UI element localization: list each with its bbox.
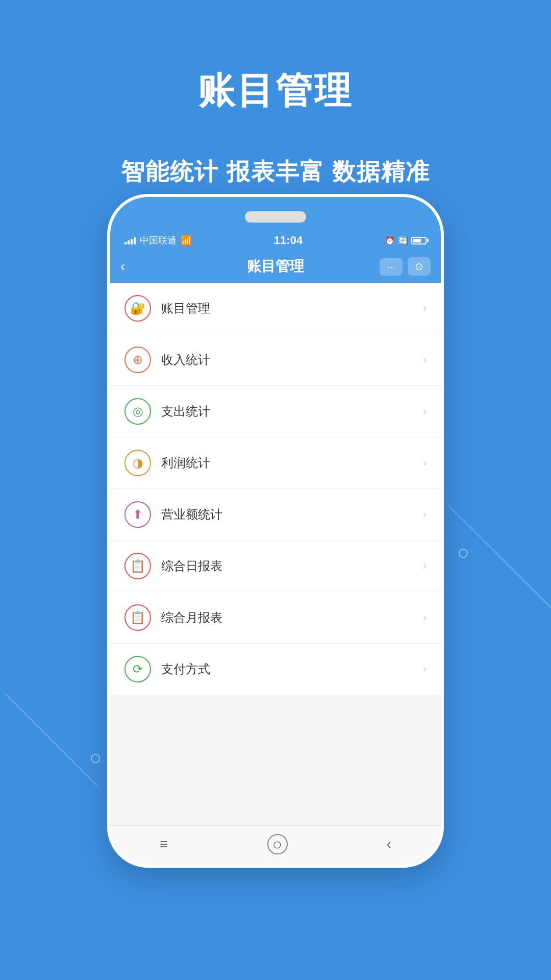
menu-item-yinye[interactable]: ⬆ 营业额统计 › [110, 489, 441, 541]
signal-bars [124, 236, 136, 244]
settings-button[interactable]: ⊙ [408, 257, 431, 276]
menu-section: 🔐 账目管理 › ⊕ 收入统计 › ◎ 支出统计 › ◑ 利润统计 › ⬆ [110, 283, 441, 695]
status-left: 中国联通 📶 [124, 234, 192, 247]
menu-label-yinye: 营业额统计 [161, 506, 423, 523]
decorative-dot-1 [459, 549, 468, 558]
menu-chevron-yinye: › [423, 508, 427, 521]
menu-label-zhichu: 支出统计 [161, 403, 423, 420]
menu-label-shouru: 收入统计 [161, 352, 423, 368]
menu-icon-zonghe_yue: 📋 [124, 604, 151, 631]
nav-actions: ··· ⊙ [380, 257, 431, 276]
menu-icon-zhichu: ◎ [124, 398, 151, 425]
menu-chevron-zhichu: › [423, 405, 427, 418]
menu-icon-lirun: ◑ [124, 450, 151, 476]
status-right: ⏰ 🔄 [385, 236, 427, 246]
bottom-home-icon[interactable]: ○ [267, 834, 288, 854]
phone-screen: 中国联通 📶 11:04 ⏰ 🔄 ‹ 账目管理 ··· ⊙ [110, 197, 441, 865]
menu-content: 🔐 账目管理 › ⊕ 收入统计 › ◎ 支出统计 › ◑ 利润统计 › ⬆ [110, 283, 441, 865]
battery-icon [411, 237, 427, 244]
alarm-icon: ⏰ [385, 236, 395, 246]
signal-bar-4 [134, 237, 136, 244]
menu-label-zonghe_ri: 综合日报表 [161, 558, 423, 574]
menu-chevron-zhangmu: › [423, 302, 427, 315]
menu-label-zhangmu: 账目管理 [161, 300, 423, 316]
menu-icon-yinye: ⬆ [124, 501, 151, 528]
menu-chevron-zhifu: › [423, 663, 427, 676]
menu-chevron-shouru: › [423, 353, 427, 366]
menu-chevron-zonghe_ri: › [423, 559, 427, 573]
rotate-icon: 🔄 [398, 236, 408, 246]
more-button[interactable]: ··· [380, 258, 403, 276]
menu-chevron-zonghe_yue: › [423, 611, 427, 624]
menu-label-zonghe_yue: 综合月报表 [161, 609, 423, 626]
menu-chevron-lirun: › [423, 456, 427, 470]
menu-label-lirun: 利润统计 [161, 455, 423, 471]
menu-item-lirun[interactable]: ◑ 利润统计 › [110, 437, 441, 489]
carrier-text: 中国联通 [140, 234, 177, 247]
status-bar: 中国联通 📶 11:04 ⏰ 🔄 [110, 197, 441, 252]
status-time: 11:04 [274, 234, 303, 247]
battery-fill [413, 239, 421, 242]
nav-bar: ‹ 账目管理 ··· ⊙ [110, 252, 441, 283]
bottom-menu-icon[interactable]: ≡ [160, 836, 168, 852]
bottom-back-icon[interactable]: ‹ [387, 836, 391, 852]
wifi-icon: 📶 [181, 235, 192, 246]
phone-mockup: 中国联通 📶 11:04 ⏰ 🔄 ‹ 账目管理 ··· ⊙ [107, 194, 444, 868]
menu-item-zhifu[interactable]: ⟳ 支付方式 › [110, 644, 441, 695]
menu-item-zonghe_ri[interactable]: 📋 综合日报表 › [110, 541, 441, 592]
menu-icon-zonghe_ri: 📋 [124, 553, 151, 579]
phone-outer: 中国联通 📶 11:04 ⏰ 🔄 ‹ 账目管理 ··· ⊙ [107, 194, 444, 868]
menu-icon-zhifu: ⟳ [124, 656, 151, 682]
decorative-dot-2 [91, 754, 100, 763]
signal-bar-1 [124, 242, 127, 244]
menu-item-zhangmu[interactable]: 🔐 账目管理 › [110, 283, 441, 334]
menu-item-zonghe_yue[interactable]: 📋 综合月报表 › [110, 592, 441, 644]
menu-item-zhichu[interactable]: ◎ 支出统计 › [110, 386, 441, 437]
menu-item-shouru[interactable]: ⊕ 收入统计 › [110, 334, 441, 386]
nav-title: 账目管理 [247, 257, 304, 276]
phone-speaker [245, 211, 306, 223]
page-title: 账目管理 [0, 0, 551, 115]
signal-bar-2 [128, 240, 130, 244]
back-button[interactable]: ‹ [120, 258, 141, 275]
menu-list: 🔐 账目管理 › ⊕ 收入统计 › ◎ 支出统计 › ◑ 利润统计 › ⬆ [110, 283, 441, 825]
decorative-line-1 [448, 505, 551, 628]
phone-bottom-nav: ≡ ○ ‹ [110, 825, 441, 865]
page-subtitle: 智能统计 报表丰富 数据精准 [0, 156, 551, 188]
decorative-line-2 [4, 693, 98, 787]
menu-label-zhifu: 支付方式 [161, 661, 423, 677]
signal-bar-3 [131, 239, 133, 244]
menu-icon-shouru: ⊕ [124, 347, 151, 373]
menu-icon-zhangmu: 🔐 [124, 295, 151, 322]
